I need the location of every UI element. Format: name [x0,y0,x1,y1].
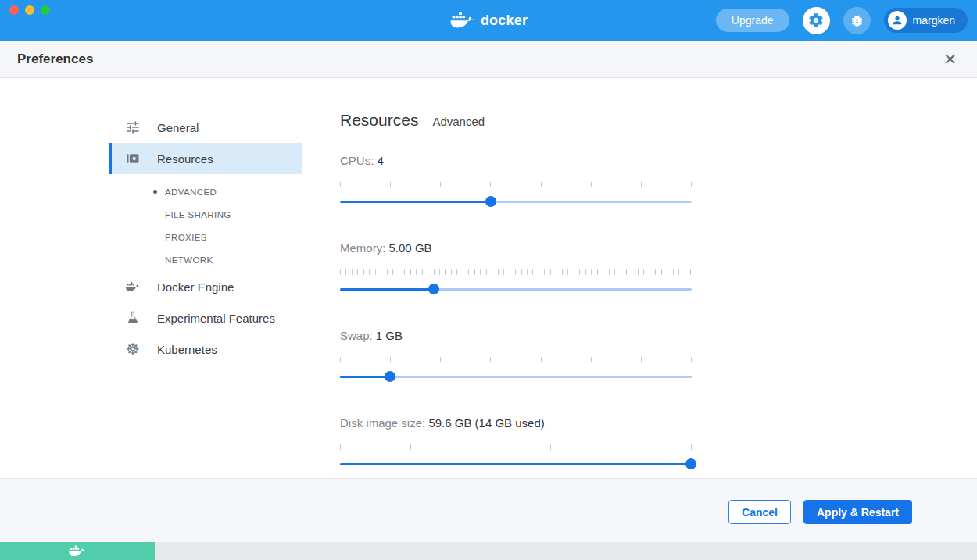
sidebar-subitem-label: ADVANCED [165,187,217,197]
page-title: Preferences [17,52,93,67]
sliders-icon [124,119,141,136]
sidebar-item-label: Kubernetes [157,343,217,356]
panel-title-sub: Advanced [432,115,485,128]
gear-icon [807,12,825,29]
resources-panel: Resources Advanced CPUs: 4Memory: 5.00 G… [340,78,692,469]
active-section-bullet [153,190,157,194]
disk-image-size-tick-marks [340,444,692,451]
swap-slider[interactable] [340,371,692,382]
cpus-label: CPUs: 4 [340,154,692,167]
person-icon [891,14,904,27]
sidebar-subitem-label: PROXIES [165,233,207,242]
sidebar-item-label: Docker Engine [157,280,234,294]
disk-image-size-value: 59.6 GB (14 GB used) [428,416,544,430]
disk-image-size-slider[interactable] [340,458,692,469]
sidebar-item-kubernetes[interactable]: ☸Kubernetes [109,334,302,365]
sidebar-subitem-label: FILE SHARING [165,210,231,219]
swap-label: Swap: 1 GB [340,329,692,342]
sidebar-subitem-advanced[interactable]: ADVANCED [109,180,302,203]
flask-icon [124,309,141,326]
memory-slider[interactable] [340,284,692,294]
memory-value: 5.00 GB [389,241,432,255]
avatar [888,11,907,30]
preferences-footer: Cancel Apply & Restart [0,478,977,542]
cpus-tick-marks [340,182,692,188]
swap-slider-fill [340,376,390,378]
cpus-slider[interactable] [340,196,692,207]
slider-group-disk-image-size: Disk image size: 59.6 GB (14 GB used) [340,416,692,469]
bug-report-button[interactable] [843,7,871,34]
startup-progress-bar [0,542,155,560]
swap-tick-marks [340,357,692,363]
disk-image-size-slider-fill [340,463,691,465]
sidebar-item-docker-engine[interactable]: Docker Engine [109,271,302,302]
sliders-container: CPUs: 4Memory: 5.00 GBSwap: 1 GBDisk ima… [340,154,692,469]
memory-tick-marks [340,269,692,276]
disk-image-size-slider-knob[interactable] [685,458,696,469]
sidebar-item-label: Resources [157,152,213,166]
memory-icon [124,150,141,167]
docker-logo-text: docker [481,12,528,29]
sidebar-subitem-proxies[interactable]: PROXIES [109,226,302,248]
cpus-slider-knob[interactable] [485,196,496,207]
docker-whale-icon [449,10,476,30]
zoom-window-button[interactable] [41,5,50,15]
sidebar-subitem-label: NETWORK [165,255,213,265]
slider-group-cpus: CPUs: 4 [340,154,692,207]
traffic-lights [9,5,50,15]
username-label: margken [913,14,955,27]
sidebar-item-general[interactable]: General [109,112,302,143]
preferences-header: Preferences ✕ [0,41,977,78]
apply-restart-button[interactable]: Apply & Restart [803,500,912,524]
swap-slider-knob[interactable] [385,371,395,382]
whale-progress-icon [68,544,87,558]
cancel-button[interactable]: Cancel [728,500,791,524]
cpus-value: 4 [378,154,384,167]
cpus-slider-fill [340,201,491,203]
slider-group-memory: Memory: 5.00 GB [340,241,692,294]
titlebar-actions: Upgrade margken [716,0,968,41]
titlebar: docker Upgrade margken [0,0,977,41]
status-bar [0,542,977,560]
docker-logo: docker [449,10,528,30]
preferences-sidebar: GeneralResourcesADVANCEDFILE SHARINGPROX… [109,112,302,365]
memory-label: Memory: 5.00 GB [340,241,692,255]
swap-value: 1 GB [376,329,403,342]
memory-slider-fill [340,288,434,291]
preferences-content: GeneralResourcesADVANCEDFILE SHARINGPROX… [0,78,977,478]
sidebar-item-label: General [157,121,199,134]
disk-image-size-label: Disk image size: 59.6 GB (14 GB used) [340,416,692,430]
close-window-button[interactable] [9,5,19,15]
panel-title-main: Resources [340,111,418,130]
whale-icon [124,278,141,295]
sidebar-subitem-file-sharing[interactable]: FILE SHARING [109,203,302,226]
sidebar-item-label: Experimental Features [157,312,275,325]
close-icon[interactable]: ✕ [939,41,961,78]
minimize-window-button[interactable] [25,5,34,15]
panel-title: Resources Advanced [340,111,692,130]
kubernetes-icon: ☸ [124,341,141,358]
memory-slider-knob[interactable] [428,284,439,294]
upgrade-button[interactable]: Upgrade [716,9,789,32]
sidebar-item-experimental-features[interactable]: Experimental Features [109,302,302,334]
footer-buttons: Cancel Apply & Restart [728,500,912,524]
slider-group-swap: Swap: 1 GB [340,329,692,382]
docker-desktop-window: docker Upgrade margken Preferences ✕ Gen… [0,0,977,560]
settings-button[interactable] [803,7,830,34]
sidebar-item-resources[interactable]: Resources [109,143,302,174]
bug-icon [850,13,864,28]
sidebar-subitem-network[interactable]: NETWORK [109,248,302,271]
user-account-button[interactable]: margken [884,8,968,33]
